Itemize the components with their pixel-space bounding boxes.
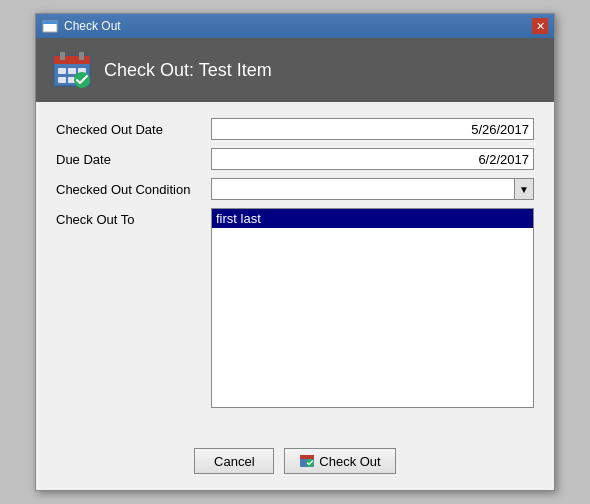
cancel-label: Cancel (214, 454, 254, 469)
dialog-body: Checked Out Date Due Date Checked Out Co… (36, 102, 554, 440)
cancel-button[interactable]: Cancel (194, 448, 274, 474)
svg-rect-6 (58, 68, 66, 74)
check-out-to-list[interactable]: first last (211, 208, 534, 408)
svg-rect-7 (68, 68, 76, 74)
dialog-footer: Cancel Check Out (36, 440, 554, 490)
title-bar: Check Out ✕ (36, 14, 554, 38)
checkout-button[interactable]: Check Out (284, 448, 395, 474)
svg-rect-13 (300, 455, 314, 459)
condition-select[interactable]: Good Fair Poor (211, 178, 534, 200)
check-out-to-label: Check Out To (56, 208, 211, 408)
close-button[interactable]: ✕ (532, 18, 548, 34)
checked-out-date-row: Checked Out Date (56, 118, 534, 140)
checked-out-condition-row: Checked Out Condition Good Fair Poor ▼ (56, 178, 534, 200)
selected-list-item[interactable]: first last (212, 209, 533, 228)
due-date-input[interactable] (211, 148, 534, 170)
checkout-button-icon (299, 453, 315, 469)
checked-out-condition-label: Checked Out Condition (56, 182, 211, 197)
due-date-row: Due Date (56, 148, 534, 170)
checked-out-date-label: Checked Out Date (56, 122, 211, 137)
svg-rect-1 (43, 21, 57, 24)
svg-rect-3 (54, 56, 90, 64)
checked-out-date-input[interactable] (211, 118, 534, 140)
check-out-to-section: Check Out To first last (56, 208, 534, 408)
dialog-header-icon (52, 50, 92, 90)
title-bar-text: Check Out (64, 19, 121, 33)
dialog-title: Check Out: Test Item (104, 60, 272, 81)
svg-rect-9 (58, 77, 66, 83)
condition-select-wrapper: Good Fair Poor ▼ (211, 178, 534, 200)
window-icon (42, 18, 58, 34)
dialog-header: Check Out: Test Item (36, 38, 554, 102)
svg-rect-4 (60, 52, 65, 60)
check-out-dialog: Check Out ✕ Check Out: Test Item Checked… (35, 13, 555, 491)
due-date-label: Due Date (56, 152, 211, 167)
title-bar-left: Check Out (42, 18, 121, 34)
svg-rect-5 (79, 52, 84, 60)
checkout-label: Check Out (319, 454, 380, 469)
